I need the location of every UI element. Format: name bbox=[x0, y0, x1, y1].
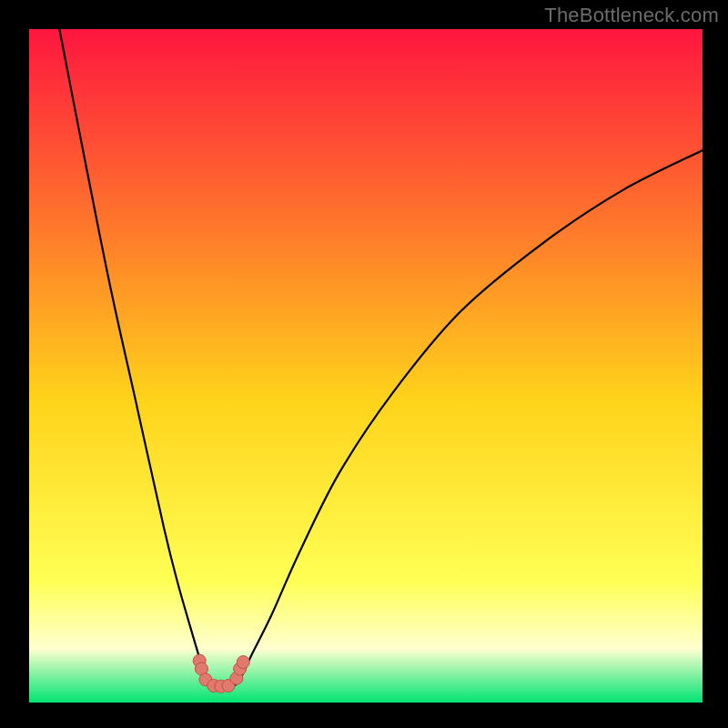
watermark-text: TheBottleneck.com bbox=[544, 4, 719, 27]
series-curve-right bbox=[235, 150, 703, 685]
series-curve-left bbox=[59, 29, 211, 685]
chart-frame: TheBottleneck.com bbox=[0, 0, 728, 728]
plot-area bbox=[29, 29, 703, 703]
curve-layer bbox=[29, 29, 703, 703]
marker-right-cluster-8 bbox=[237, 656, 249, 669]
